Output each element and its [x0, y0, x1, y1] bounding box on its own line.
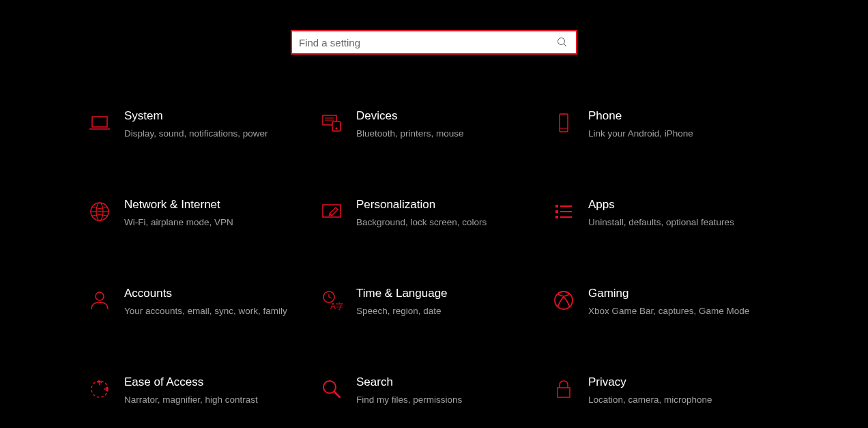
svg-rect-9: [560, 114, 568, 132]
svg-point-21: [96, 292, 104, 300]
svg-rect-17: [555, 210, 558, 213]
magnifier-icon: [318, 375, 345, 403]
category-privacy[interactable]: Privacy Location, camera, microphone: [550, 369, 782, 428]
category-title: Search: [356, 375, 523, 389]
category-time-language[interactable]: A字 Time & Language Speech, region, date: [318, 280, 550, 369]
svg-rect-30: [558, 388, 570, 397]
category-accounts[interactable]: Accounts Your accounts, email, sync, wor…: [86, 280, 318, 369]
category-desc: Wi-Fi, airplane mode, VPN: [124, 216, 291, 229]
category-network[interactable]: Network & Internet Wi-Fi, airplane mode,…: [86, 191, 318, 280]
devices-icon: [318, 109, 345, 137]
laptop-icon: [86, 109, 113, 137]
category-title: Apps: [588, 198, 755, 212]
category-desc: Your accounts, email, sync, work, family: [124, 304, 291, 318]
search-input[interactable]: [299, 37, 555, 48]
category-desc: Bluetooth, printers, mouse: [356, 127, 523, 141]
paintbrush-icon: [318, 198, 345, 225]
svg-point-8: [336, 128, 338, 130]
category-title: Network & Internet: [124, 198, 291, 212]
category-personalization[interactable]: Personalization Background, lock screen,…: [318, 191, 550, 280]
phone-icon: [550, 109, 577, 137]
time-language-icon: A字: [318, 287, 345, 314]
category-desc: Uninstall, defaults, optional features: [588, 216, 755, 229]
category-title: Devices: [356, 109, 523, 123]
category-title: Phone: [588, 109, 755, 123]
category-apps[interactable]: Apps Uninstall, defaults, optional featu…: [550, 191, 782, 280]
category-search[interactable]: Search Find my files, permissions: [318, 369, 550, 428]
category-title: System: [124, 109, 291, 123]
category-desc: Xbox Game Bar, captures, Game Mode: [588, 304, 755, 318]
category-gaming[interactable]: Gaming Xbox Game Bar, captures, Game Mod…: [550, 280, 782, 369]
category-desc: Speech, region, date: [356, 304, 523, 318]
lock-icon: [550, 375, 577, 403]
category-title: Gaming: [588, 287, 755, 300]
globe-icon: [86, 198, 113, 225]
svg-point-0: [558, 38, 565, 45]
category-title: Ease of Access: [124, 375, 291, 389]
svg-line-1: [564, 44, 567, 47]
category-ease-of-access[interactable]: Ease of Access Narrator, magnifier, high…: [86, 369, 318, 428]
svg-rect-19: [555, 216, 558, 218]
category-title: Privacy: [588, 375, 755, 389]
search-icon: [555, 35, 569, 49]
search-container: [0, 0, 868, 61]
category-title: Personalization: [356, 198, 523, 212]
category-desc: Link your Android, iPhone: [588, 127, 755, 141]
category-title: Time & Language: [356, 287, 523, 300]
category-desc: Location, camera, microphone: [588, 393, 755, 407]
category-desc: Background, lock screen, colors: [356, 216, 523, 229]
svg-rect-7: [332, 122, 341, 131]
category-system[interactable]: System Display, sound, notifications, po…: [86, 102, 318, 191]
settings-categories-grid: System Display, sound, notifications, po…: [0, 61, 868, 428]
person-icon: [86, 287, 113, 314]
search-box[interactable]: [291, 30, 577, 55]
category-desc: Narrator, magnifier, high contrast: [124, 393, 291, 407]
ease-of-access-icon: [86, 375, 113, 403]
svg-line-24: [329, 297, 332, 298]
category-desc: Find my files, permissions: [356, 393, 523, 407]
category-title: Accounts: [124, 287, 291, 300]
svg-text:A字: A字: [330, 302, 343, 311]
svg-rect-2: [92, 117, 107, 127]
apps-list-icon: [550, 198, 577, 225]
category-desc: Display, sound, notifications, power: [124, 127, 291, 141]
xbox-icon: [550, 287, 577, 314]
category-phone[interactable]: Phone Link your Android, iPhone: [550, 102, 782, 191]
svg-line-29: [334, 392, 340, 397]
category-devices[interactable]: Devices Bluetooth, printers, mouse: [318, 102, 550, 191]
svg-rect-15: [555, 205, 558, 208]
